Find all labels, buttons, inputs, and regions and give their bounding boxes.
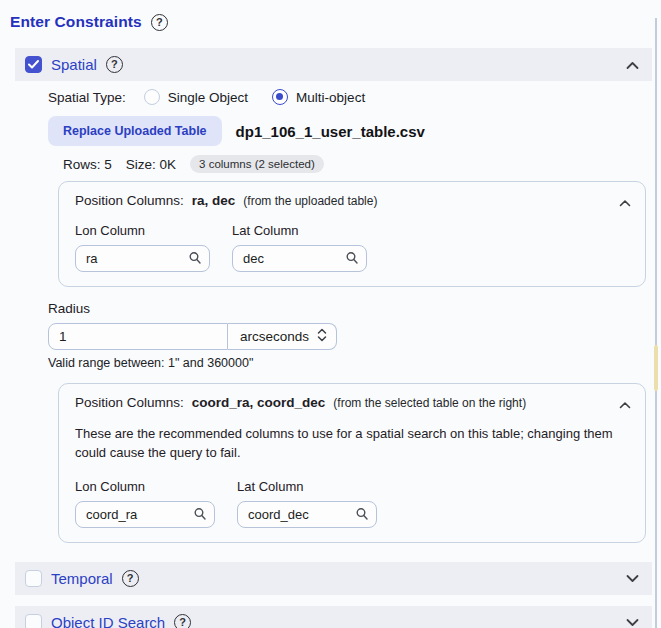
search-icon[interactable]: [188, 251, 202, 269]
radius-unit-select[interactable]: arcseconds: [228, 323, 337, 350]
file-size: Size: 0K: [126, 157, 176, 172]
object-id-section-label: Object ID Search: [51, 614, 165, 628]
help-icon[interactable]: ?: [106, 56, 123, 73]
spatial-type-radio-group: Single Object Multi-object: [144, 89, 365, 105]
spatial-section-header[interactable]: Spatial ?: [15, 48, 652, 81]
object-id-checkbox[interactable]: [25, 614, 42, 628]
radius-label: Radius: [48, 301, 661, 316]
radio-icon[interactable]: [272, 89, 288, 105]
lat-column-label: Lat Column: [232, 223, 367, 238]
lon-column-label: Lon Column: [75, 479, 215, 494]
temporal-section-label: Temporal: [51, 570, 113, 587]
position-columns-panel-uploaded: Position Columns: ra, dec (from the uplo…: [58, 181, 646, 287]
chevron-down-icon[interactable]: [626, 569, 639, 587]
lonlat-row: Lon Column Lat Column: [59, 211, 645, 286]
radio-icon[interactable]: [144, 89, 160, 105]
panel-title: Position Columns:: [75, 395, 184, 410]
chevron-up-icon[interactable]: [619, 193, 631, 211]
radius-input[interactable]: [48, 323, 228, 350]
lon-column-label: Lon Column: [75, 223, 210, 238]
page-title: Enter Constraints: [10, 13, 142, 31]
panel-hint: (from the selected table on the right): [333, 396, 526, 410]
spatial-section-body: Spatial Type: Single Object Multi-object…: [0, 89, 661, 543]
chevron-up-icon[interactable]: [619, 395, 631, 413]
divider-highlight: [654, 345, 658, 391]
lon-column-field: Lon Column: [75, 479, 215, 528]
search-icon[interactable]: [345, 251, 359, 269]
help-icon[interactable]: ?: [151, 14, 168, 31]
lat-column-field: Lat Column: [232, 223, 367, 272]
panel-header[interactable]: Position Columns: ra, dec (from the uplo…: [59, 182, 645, 211]
panel-hint: (from the uploaded table): [243, 194, 377, 208]
search-icon[interactable]: [193, 507, 207, 525]
radio-label: Single Object: [168, 90, 248, 105]
panel-title: Position Columns:: [75, 193, 184, 208]
chevron-up-icon[interactable]: [626, 56, 639, 74]
radius-valid-range: Valid range between: 1" and 360000": [48, 356, 661, 370]
uploaded-filename: dp1_106_1_user_table.csv: [236, 123, 425, 140]
radius-unit-value: arcseconds: [240, 329, 309, 344]
help-icon[interactable]: ?: [122, 570, 139, 587]
spatial-section-label: Spatial: [51, 56, 97, 73]
spatial-type-row: Spatial Type: Single Object Multi-object: [48, 89, 661, 105]
lon-column-field: Lon Column: [75, 223, 210, 272]
panel-header[interactable]: Position Columns: coord_ra, coord_dec (f…: [59, 384, 645, 413]
radio-label: Multi-object: [296, 90, 365, 105]
rows-count: Rows: 5: [63, 157, 112, 172]
radius-group: arcseconds: [48, 323, 661, 350]
upload-row: Replace Uploaded Table dp1_106_1_user_ta…: [48, 116, 661, 146]
page-header: Enter Constraints ?: [0, 0, 661, 31]
upload-stats-row: Rows: 5 Size: 0K 3 columns (2 selected): [63, 155, 661, 173]
panel-description: These are the recommended columns to use…: [59, 413, 645, 463]
checkmark-icon: [28, 60, 39, 69]
radio-single-object[interactable]: Single Object: [144, 89, 248, 105]
panel-columns-value: coord_ra, coord_dec: [192, 395, 326, 410]
help-icon[interactable]: ?: [174, 614, 191, 628]
temporal-section-header[interactable]: Temporal ?: [15, 562, 652, 595]
object-id-section-header[interactable]: Object ID Search ?: [15, 606, 652, 628]
stepper-icon[interactable]: [317, 328, 327, 346]
lat-column-field: Lat Column: [237, 479, 377, 528]
lonlat-row: Lon Column Lat Column: [59, 463, 645, 542]
search-icon[interactable]: [355, 507, 369, 525]
panel-divider[interactable]: [655, 18, 657, 628]
temporal-checkbox[interactable]: [25, 570, 42, 587]
position-columns-panel-table: Position Columns: coord_ra, coord_dec (f…: [58, 383, 646, 543]
replace-uploaded-table-button[interactable]: Replace Uploaded Table: [48, 116, 222, 146]
spatial-checkbox[interactable]: [25, 56, 42, 73]
spatial-type-label: Spatial Type:: [48, 90, 126, 105]
lat-column-label: Lat Column: [237, 479, 377, 494]
chevron-down-icon[interactable]: [626, 613, 639, 628]
columns-badge[interactable]: 3 columns (2 selected): [190, 155, 324, 173]
panel-columns-value: ra, dec: [192, 193, 236, 208]
radio-multi-object[interactable]: Multi-object: [272, 89, 365, 105]
